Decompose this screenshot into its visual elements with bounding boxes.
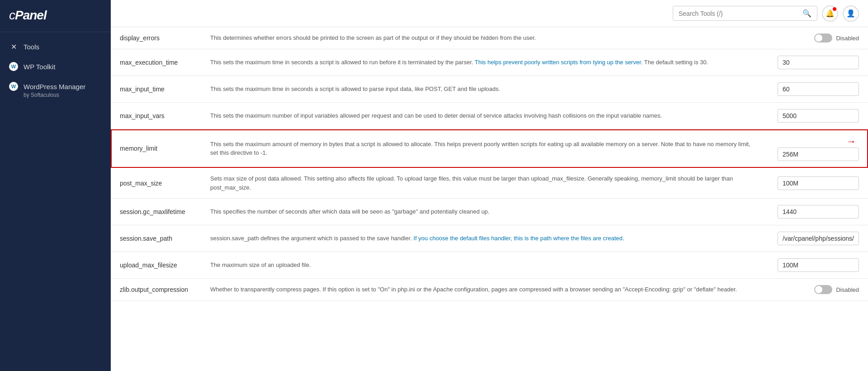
value-input[interactable] <box>778 82 859 96</box>
value-input[interactable] <box>778 205 859 219</box>
sidebar: cPanel ✕ Tools W WP Toolkit W WordPress … <box>0 0 111 371</box>
setting-name: upload_max_filesize <box>111 252 201 279</box>
sidebar-nav: ✕ Tools W WP Toolkit W WordPress Manager… <box>0 32 111 108</box>
setting-name: zlib.output_compression <box>111 279 201 301</box>
table-row: max_execution_timeThis sets the maximum … <box>111 49 868 76</box>
settings-content: display_errorsThis determines whether er… <box>111 27 868 371</box>
setting-description: This sets the maximum time in seconds a … <box>201 76 769 103</box>
setting-description: Sets max size of post data allowed. This… <box>201 168 769 199</box>
value-input[interactable] <box>778 147 859 161</box>
toggle-switch[interactable] <box>814 33 832 43</box>
header: 🔍 🔔 👤 <box>111 0 868 27</box>
setting-description: This sets the maximum time in seconds a … <box>201 49 769 76</box>
search-box[interactable]: 🔍 <box>673 6 817 21</box>
setting-description: This determines whether errors should be… <box>201 27 769 49</box>
setting-description: This sets the maximum number of input va… <box>201 103 769 129</box>
table-row: session.gc_maxlifetimeThis specifies the… <box>111 199 868 225</box>
highlight-arrow-icon: → <box>846 136 856 147</box>
sidebar-item-tools[interactable]: ✕ Tools <box>0 37 111 57</box>
setting-name: max_input_time <box>111 76 201 103</box>
setting-value-cell: Disabled <box>769 27 868 49</box>
search-icon[interactable]: 🔍 <box>802 9 811 18</box>
wp-toolkit-icon: W <box>9 62 18 71</box>
table-row: max_input_timeThis sets the maximum time… <box>111 76 868 103</box>
logo-area: cPanel <box>0 0 111 32</box>
setting-name: post_max_size <box>111 168 201 199</box>
setting-name: memory_limit <box>111 129 201 168</box>
help-link[interactable]: If you choose the default files handler,… <box>414 235 624 242</box>
toggle-wrap: Disabled <box>778 285 859 294</box>
sidebar-item-wordpress-manager-sub: by Softaculous <box>24 92 102 98</box>
notifications-button[interactable]: 🔔 <box>822 5 838 22</box>
tools-icon: ✕ <box>9 42 18 51</box>
main-area: 🔍 🔔 👤 display_errorsThis determines whet… <box>111 0 868 371</box>
setting-name: display_errors <box>111 27 201 49</box>
sidebar-item-wp-toolkit-label: WP Toolkit <box>24 63 55 71</box>
setting-value-cell: → <box>769 129 868 168</box>
user-menu-button[interactable]: 👤 <box>843 5 859 22</box>
setting-value-cell <box>769 225 868 252</box>
setting-name: session.gc_maxlifetime <box>111 199 201 225</box>
sidebar-item-wordpress-manager[interactable]: W WordPress Manager by Softaculous <box>0 76 111 104</box>
wordpress-manager-icon: W <box>9 82 18 91</box>
search-input[interactable] <box>679 10 799 17</box>
notification-dot <box>833 7 836 11</box>
setting-value-cell: Disabled <box>769 279 868 301</box>
setting-value-cell <box>769 76 868 103</box>
setting-description: session.save_path defines the argument w… <box>201 225 769 252</box>
setting-name: max_input_vars <box>111 103 201 129</box>
setting-description: The maximum size of an uploaded file. <box>201 252 769 279</box>
table-row: max_input_varsThis sets the maximum numb… <box>111 103 868 129</box>
setting-description: Whether to transparently compress pages.… <box>201 279 769 301</box>
value-input[interactable] <box>778 258 859 272</box>
sidebar-item-wordpress-manager-label: WordPress Manager <box>24 83 85 90</box>
value-input[interactable] <box>778 176 859 190</box>
table-row: post_max_sizeSets max size of post data … <box>111 168 868 199</box>
cpanel-logo: cPanel <box>9 8 102 23</box>
setting-name: max_execution_time <box>111 49 201 76</box>
table-row: upload_max_filesizeThe maximum size of a… <box>111 252 868 279</box>
toggle-label: Disabled <box>836 35 859 42</box>
value-input[interactable] <box>778 232 859 245</box>
setting-value-cell <box>769 103 868 129</box>
value-input[interactable] <box>778 56 859 69</box>
setting-description: This specifies the number of seconds aft… <box>201 199 769 225</box>
help-link[interactable]: This helps prevent poorly written script… <box>475 59 642 66</box>
value-input[interactable] <box>778 109 859 123</box>
table-row: zlib.output_compressionWhether to transp… <box>111 279 868 301</box>
table-row: session.save_pathsession.save_path defin… <box>111 225 868 252</box>
setting-description: This sets the maximum amount of memory i… <box>201 129 769 168</box>
toggle-wrap: Disabled <box>778 33 859 43</box>
table-row: display_errorsThis determines whether er… <box>111 27 868 49</box>
sidebar-item-wp-toolkit[interactable]: W WP Toolkit <box>0 57 111 76</box>
settings-table: display_errorsThis determines whether er… <box>111 27 868 301</box>
setting-value-cell <box>769 199 868 225</box>
sidebar-item-tools-label: Tools <box>24 43 39 51</box>
setting-value-cell <box>769 252 868 279</box>
setting-value-cell <box>769 168 868 199</box>
toggle-switch[interactable] <box>814 285 832 294</box>
table-row: memory_limitThis sets the maximum amount… <box>111 129 868 168</box>
setting-name: session.save_path <box>111 225 201 252</box>
setting-value-cell <box>769 49 868 76</box>
toggle-label: Disabled <box>836 286 859 293</box>
